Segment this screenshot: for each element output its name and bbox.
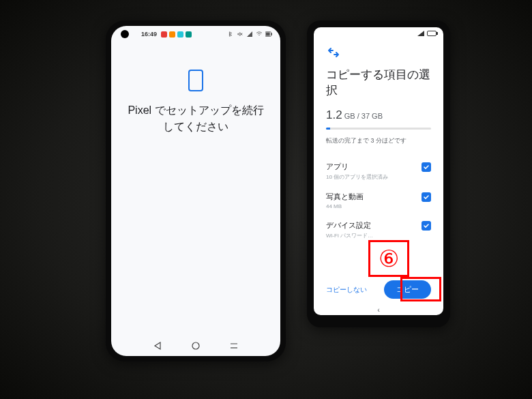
skip-copy-button[interactable]: コピーしない — [326, 285, 367, 295]
copy-item-subtitle: Wi-Fi パスワード… — [326, 232, 416, 239]
copy-item-text: 写真と動画44 MB — [326, 192, 416, 209]
copy-item-checkbox[interactable] — [422, 162, 431, 172]
copy-item-row[interactable]: アプリ10 個のアプリを選択済み — [326, 156, 431, 186]
transfer-progress-fill — [326, 128, 330, 130]
copy-item-checkbox[interactable] — [422, 192, 431, 202]
source-phone-screen: 16:49 Pixel でセットアップを続行 してください — [111, 26, 280, 356]
page-title: コピーする項目の選択 — [326, 68, 431, 99]
battery-icon — [265, 31, 272, 37]
status-time: 16:49 — [141, 31, 157, 38]
annotation-copy-button-highlight — [400, 277, 441, 301]
copy-item-subtitle: 10 個のアプリを選択済み — [326, 173, 416, 181]
size-used-unit: GB — [344, 112, 355, 120]
copy-item-title: デバイス設定 — [326, 220, 416, 231]
copy-item-row[interactable]: 写真と動画44 MB — [326, 186, 431, 215]
signal-icon — [246, 31, 253, 37]
annotation-step-box: ⑥ — [368, 240, 409, 277]
notification-badge-icon — [186, 31, 192, 38]
copy-item-checkbox[interactable] — [422, 221, 431, 231]
camera-punch-hole — [121, 30, 129, 38]
copy-item-title: アプリ — [326, 162, 416, 172]
android-nav-bar — [111, 336, 280, 356]
copy-item-text: デバイス設定Wi-Fi パスワード… — [326, 220, 416, 239]
setup-continue-panel: Pixel でセットアップを続行 してください — [111, 42, 280, 336]
copy-item-subtitle: 44 MB — [326, 203, 416, 209]
copy-item-text: アプリ10 個のアプリを選択済み — [326, 162, 416, 181]
storage-size-row: 1.2 GB / 37 GB — [326, 108, 431, 122]
checkmark-icon — [423, 194, 430, 201]
status-notification-icons — [161, 31, 192, 38]
status-bar — [314, 27, 443, 40]
source-phone-frame: 16:49 Pixel でセットアップを続行 してください — [106, 20, 286, 361]
notification-badge-icon — [177, 31, 183, 38]
recent-button-icon[interactable] — [229, 341, 239, 351]
status-bar: 16:49 — [111, 26, 280, 42]
wifi-icon — [256, 31, 263, 37]
size-total: 37 GB — [361, 112, 383, 120]
checkmark-icon — [423, 164, 430, 171]
android-nav-bar: ‹ — [314, 304, 443, 315]
transfer-icon — [326, 46, 431, 62]
transfer-progress-bar — [326, 128, 431, 130]
svg-point-3 — [192, 342, 199, 349]
svg-rect-2 — [271, 33, 272, 35]
checkmark-icon — [423, 222, 430, 229]
setup-continue-title: Pixel でセットアップを続行 してください — [111, 102, 280, 135]
signal-icon — [417, 31, 424, 36]
home-button-icon[interactable] — [191, 341, 201, 351]
title-line: Pixel でセットアップを続行 — [128, 104, 263, 116]
notification-badge-icon — [169, 31, 175, 38]
transfer-eta: 転送の完了まで 3 分ほどです — [326, 136, 431, 145]
pixel-device-icon — [188, 70, 203, 91]
annotation-step-number: ⑥ — [379, 245, 399, 272]
mute-icon — [237, 31, 243, 37]
size-used-value: 1.2 — [326, 108, 342, 121]
battery-icon — [427, 31, 437, 36]
bluetooth-icon — [227, 31, 234, 37]
status-system-icons — [227, 31, 272, 37]
title-line: してください — [163, 121, 228, 132]
copy-item-title: 写真と動画 — [326, 192, 416, 202]
back-button-icon[interactable] — [153, 341, 162, 351]
back-chevron-icon[interactable]: ‹ — [377, 306, 380, 314]
svg-rect-1 — [266, 33, 270, 36]
notification-badge-icon — [161, 31, 167, 38]
